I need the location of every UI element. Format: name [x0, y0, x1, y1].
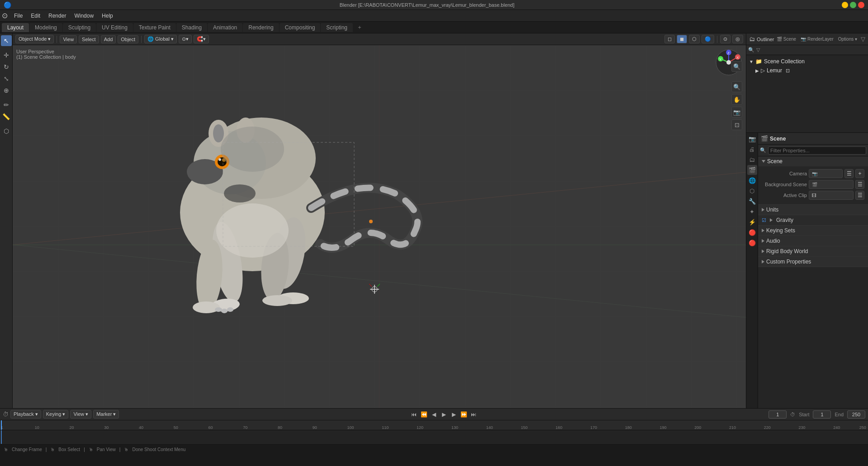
current-frame-input[interactable]: 1: [768, 410, 787, 419]
timeline-body[interactable]: [0, 430, 868, 444]
keying-menu[interactable]: Keying ▾: [43, 410, 69, 419]
object-menu[interactable]: Object: [118, 35, 138, 43]
select-menu[interactable]: Select: [79, 35, 99, 43]
next-frame-btn[interactable]: ▶: [449, 410, 458, 419]
next-keyframe-btn[interactable]: ⏩: [459, 410, 468, 419]
scene-collection-expand[interactable]: ▼: [749, 59, 754, 64]
gravity-section-header[interactable]: ☑ Gravity: [758, 215, 868, 225]
prev-frame-btn[interactable]: ◀: [429, 410, 438, 419]
playback-menu[interactable]: Playback ▾: [10, 410, 41, 419]
modifiers-props-icon[interactable]: 🔧: [747, 196, 757, 206]
xray-toggle[interactable]: ◎: [732, 35, 743, 43]
svg-point-23: [215, 307, 222, 312]
tab-scripting[interactable]: Scripting: [321, 23, 353, 32]
view-menu[interactable]: View: [60, 35, 77, 43]
tab-shading[interactable]: Shading: [176, 23, 207, 32]
transform-pivot[interactable]: ⊙▾: [179, 35, 192, 43]
view-layer-props-icon[interactable]: 🗂: [747, 155, 757, 165]
tab-modeling[interactable]: Modeling: [29, 23, 62, 32]
camera-new-btn[interactable]: +: [855, 169, 864, 178]
end-frame-input[interactable]: 250: [847, 410, 865, 419]
measure-tool[interactable]: 📏: [1, 111, 12, 122]
tab-texture-paint[interactable]: Texture Paint: [133, 23, 176, 32]
render-props-icon[interactable]: 📷: [747, 134, 757, 144]
cursor-tool[interactable]: ↖: [1, 35, 12, 46]
world-props-icon[interactable]: 🌐: [747, 175, 757, 185]
particles-props-icon[interactable]: ✦: [747, 207, 757, 217]
units-section-header[interactable]: Units: [758, 205, 868, 215]
tab-rendering[interactable]: Rendering: [243, 23, 279, 32]
menu-edit[interactable]: Edit: [27, 12, 44, 20]
transform-tool[interactable]: ⊕: [1, 85, 12, 96]
jump-start-btn[interactable]: ⏮: [409, 410, 418, 419]
custom-props-section-header[interactable]: Custom Properties: [758, 257, 868, 267]
viewport-search-button[interactable]: 🔍: [731, 61, 742, 72]
props-search-input[interactable]: [768, 146, 866, 155]
constraints-props-icon[interactable]: 🔴: [747, 227, 757, 237]
audio-expand-icon: [762, 239, 764, 243]
physics-props-icon[interactable]: ⚡: [747, 217, 757, 227]
jump-end-btn[interactable]: ⏭: [469, 410, 478, 419]
outliner-filter-btn[interactable]: ▽: [861, 36, 865, 42]
tab-compositing[interactable]: Compositing: [280, 23, 321, 32]
tab-sculpting[interactable]: Sculpting: [63, 23, 96, 32]
rigid-body-world-section-header[interactable]: Rigid Body World: [758, 246, 868, 256]
play-btn[interactable]: ▶: [439, 410, 448, 419]
start-frame-input[interactable]: 1: [813, 410, 831, 419]
hand-pan-button[interactable]: ✋: [731, 94, 742, 105]
output-props-icon[interactable]: 🖨: [747, 144, 757, 154]
bg-scene-value[interactable]: 🎬: [809, 180, 854, 189]
marker-menu[interactable]: Marker ▾: [93, 410, 119, 419]
add-menu[interactable]: Add: [101, 35, 116, 43]
outliner-lemur[interactable]: ▶ ▷ Lemur ⊡: [746, 66, 868, 75]
snap-settings[interactable]: 🧲▾: [194, 35, 209, 43]
add-workspace-button[interactable]: ＋: [353, 22, 366, 33]
close-button[interactable]: [858, 2, 864, 8]
timeline-playhead-body[interactable]: [1, 430, 2, 444]
scale-tool[interactable]: ⤡: [1, 73, 12, 84]
camera-value[interactable]: 📷: [809, 169, 843, 178]
menu-window[interactable]: Window: [71, 12, 97, 20]
data-props-icon[interactable]: 🔴: [747, 238, 757, 248]
viewport-canvas[interactable]: User Perspective (1) Scene Collection | …: [13, 45, 746, 408]
menu-file[interactable]: File: [10, 12, 26, 20]
zoom-in-button[interactable]: 🔍: [731, 81, 742, 92]
minimize-button[interactable]: [842, 2, 848, 8]
annotate-tool[interactable]: ✏: [1, 99, 12, 110]
view-timeline-menu[interactable]: View ▾: [70, 410, 91, 419]
overlay-settings[interactable]: ⊙: [720, 35, 730, 43]
outliner-options-btn[interactable]: Options ▾: [838, 37, 857, 42]
audio-section-header[interactable]: Audio: [758, 236, 868, 246]
bg-scene-browse-btn[interactable]: ☰: [855, 180, 864, 189]
camera-browse-btn[interactable]: ☰: [844, 169, 854, 178]
scene-section-header[interactable]: Scene: [758, 156, 868, 166]
viewport-shading-solid[interactable]: ◼: [677, 35, 687, 43]
viewport-shading-material[interactable]: ⬡: [689, 35, 700, 43]
object-props-icon[interactable]: ⬡: [747, 186, 757, 196]
menu-render[interactable]: Render: [45, 12, 70, 20]
timeline-playhead[interactable]: [1, 420, 2, 430]
keying-sets-section-header[interactable]: Keying Sets: [758, 226, 868, 235]
prev-keyframe-btn[interactable]: ⏪: [419, 410, 428, 419]
lemur-expand[interactable]: ▶: [755, 68, 759, 73]
viewport[interactable]: Object Mode ▾ View Select Add Object 🌐 G…: [13, 33, 746, 408]
viewport-shading-wire[interactable]: ◻: [664, 35, 675, 43]
mode-selector[interactable]: Object Mode ▾: [15, 35, 54, 43]
outliner-scene-collection[interactable]: ▼ 📁 Scene Collection: [746, 57, 868, 66]
tab-animation[interactable]: Animation: [208, 23, 242, 32]
menu-help[interactable]: Help: [98, 12, 117, 20]
viewport-shading-render[interactable]: 🔵: [702, 35, 714, 43]
tab-layout[interactable]: Layout: [2, 23, 29, 32]
active-clip-browse-btn[interactable]: ☰: [855, 191, 864, 200]
space-selector[interactable]: 🌐 Global ▾: [144, 35, 177, 43]
camera-button[interactable]: 📷: [731, 107, 742, 118]
scene-props-icon[interactable]: 🎬: [747, 165, 757, 175]
tab-uv-editing[interactable]: UV Editing: [96, 23, 133, 32]
rotate-tool[interactable]: ↻: [1, 61, 12, 72]
outliner-search-bar: 🔍 ▽: [746, 45, 868, 55]
active-clip-value[interactable]: 🎞: [809, 191, 854, 200]
add-object-tool[interactable]: ⬡: [1, 126, 12, 137]
maximize-button[interactable]: [850, 2, 856, 8]
move-tool[interactable]: ✛: [1, 50, 12, 61]
ortho-button[interactable]: ⊡: [731, 119, 742, 130]
